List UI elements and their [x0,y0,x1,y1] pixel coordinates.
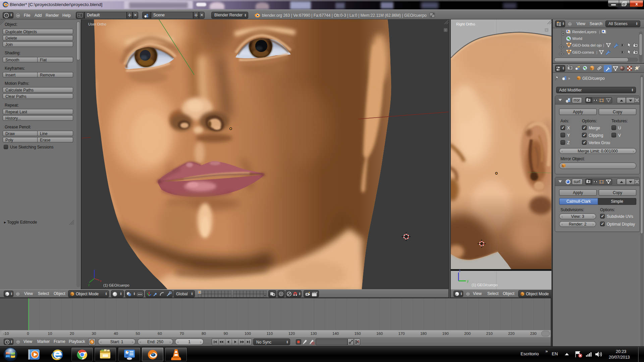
svg-text:RenderLayers: RenderLayers [572,30,596,34]
svg-text:GEO-cornea: GEO-cornea [572,50,594,54]
svg-text:x: x [635,1,638,6]
svg-text:+: + [445,28,446,32]
svg-text:0: 0 [27,331,29,336]
svg-text:220: 220 [508,331,515,336]
svg-text:110: 110 [267,331,273,336]
svg-text:z: z [459,269,461,273]
svg-text:20: 20 [70,331,74,336]
svg-text:(1) GEO/cuerpo: (1) GEO/cuerpo [472,283,498,287]
svg-text:y: y [467,279,469,283]
svg-text:140: 140 [332,331,339,336]
svg-text:10: 10 [48,331,52,336]
svg-text:130: 130 [310,331,317,336]
svg-text:230: 230 [530,331,536,336]
svg-text:90: 90 [224,331,228,336]
svg-text:GEO-bola del ojo: GEO-bola del ojo [572,43,602,47]
svg-text:180: 180 [420,331,427,336]
svg-text:|: | [596,50,597,54]
svg-text:x: x [100,279,102,283]
svg-text:170: 170 [398,331,405,336]
svg-text:+: + [546,28,547,32]
svg-text:210: 210 [486,331,492,336]
svg-text:30: 30 [92,331,96,336]
svg-text:200: 200 [464,331,471,336]
svg-text:50: 50 [136,331,140,336]
svg-text:120: 120 [288,331,295,336]
svg-text:y: y [88,283,90,286]
svg-text:70: 70 [180,331,184,336]
svg-text:i: i [6,14,7,17]
svg-text:(1) GEO/cuerpo: (1) GEO/cuerpo [103,283,129,287]
svg-text:40: 40 [114,331,118,336]
svg-text:190: 190 [442,331,448,336]
svg-text:80: 80 [202,331,206,336]
svg-text:100: 100 [245,331,251,336]
svg-text:150: 150 [354,331,361,336]
svg-text:Right Ortho: Right Ortho [456,22,475,26]
svg-text:|: | [599,30,600,34]
svg-text:|: | [603,43,604,47]
svg-text:World: World [572,37,582,41]
svg-text:User Ortho: User Ortho [88,22,106,26]
svg-text:-10: -10 [3,331,9,336]
svg-text:160: 160 [376,331,383,336]
svg-text:60: 60 [158,331,162,336]
